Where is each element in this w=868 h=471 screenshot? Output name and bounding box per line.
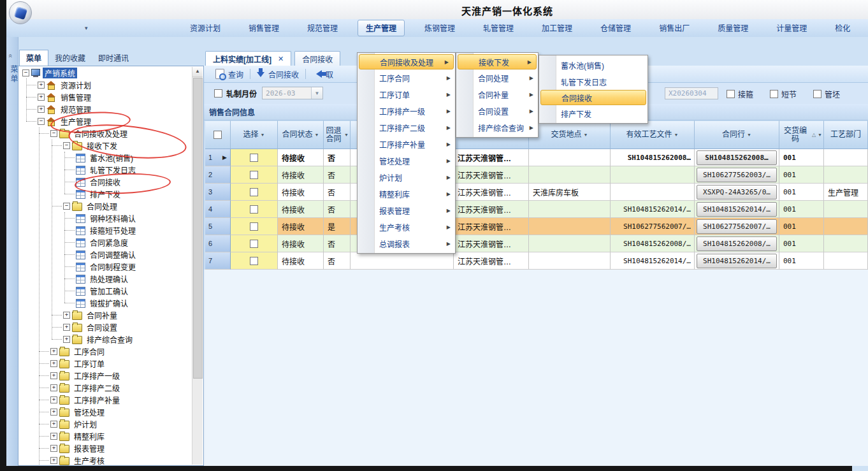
tree-item[interactable]: +资源计划 bbox=[18, 79, 93, 91]
place-cell[interactable] bbox=[529, 235, 611, 252]
tree-item-label[interactable]: 热处理确认 bbox=[88, 273, 130, 284]
code-cell[interactable]: 001 bbox=[779, 252, 824, 270]
place-cell[interactable] bbox=[529, 149, 611, 166]
expand-box-icon[interactable]: + bbox=[38, 94, 45, 101]
menu-item[interactable]: 报表管理▶ bbox=[358, 202, 455, 219]
tree-item[interactable]: +工序排产一级 bbox=[18, 370, 122, 382]
menu-item[interactable]: 炉计划▶ bbox=[358, 169, 455, 185]
menu-item[interactable]: 轧管下发日志 bbox=[539, 73, 647, 90]
tree-item-label[interactable]: 蓄水池(销售) bbox=[88, 152, 135, 163]
toolbar-button-3[interactable]: 取 bbox=[307, 67, 338, 81]
tree-item-label[interactable]: 工序排产一级 bbox=[72, 370, 122, 381]
dept-cell[interactable]: 生产管理 bbox=[824, 184, 868, 201]
row-checkbox[interactable] bbox=[250, 205, 258, 214]
menu-item[interactable]: 总调报表▶ bbox=[358, 235, 455, 252]
collapse-chevron-icon[interactable]: « bbox=[7, 54, 14, 57]
column-header-doc[interactable]: 有效工艺文件▼ bbox=[611, 120, 695, 149]
tree-item-label[interactable]: 生产管理 bbox=[59, 116, 93, 127]
code-cell[interactable]: 001 bbox=[779, 201, 824, 218]
column-header-status[interactable]: 合同状态▼ bbox=[278, 120, 324, 149]
contract-line-button[interactable]: SH104815262008… bbox=[697, 150, 777, 165]
chevron-down-icon[interactable]: ▼ bbox=[311, 87, 322, 99]
roll-month-select[interactable]: 2026-03 ▼ bbox=[262, 87, 323, 99]
tree-item-label[interactable]: 工序排产二级 bbox=[72, 382, 122, 393]
row-select-cell[interactable] bbox=[231, 201, 278, 218]
rollback-cell[interactable]: 否 bbox=[324, 149, 351, 166]
menubar-item-3[interactable]: 规范管理 bbox=[293, 20, 352, 36]
filter-icon[interactable]: ▼ bbox=[344, 131, 349, 139]
expand-box-icon[interactable]: + bbox=[50, 421, 57, 428]
doc-cell[interactable] bbox=[611, 184, 695, 201]
menu-item[interactable]: 工序合同▶ bbox=[358, 69, 455, 86]
tree-item[interactable]: +销售管理 bbox=[18, 91, 93, 103]
code-cell[interactable]: 001 bbox=[779, 235, 824, 252]
tree-item[interactable]: 管加工确认 bbox=[18, 285, 130, 297]
tree-item[interactable]: +工序排产补量 bbox=[18, 394, 122, 406]
coupling-checkbox[interactable] bbox=[727, 90, 735, 98]
tree-item[interactable]: −合同处理 bbox=[18, 200, 119, 212]
filter-icon[interactable]: ▼ bbox=[315, 131, 319, 139]
tree-item[interactable]: 接箍短节处理 bbox=[18, 224, 138, 236]
tree-item-label[interactable]: 工序排产补量 bbox=[72, 395, 122, 405]
column-header-select[interactable]: 选择▼ bbox=[231, 120, 278, 149]
pupjoint-checkbox[interactable] bbox=[770, 90, 778, 98]
tree-item[interactable]: 蓄水池(销售) bbox=[18, 152, 135, 164]
line-cell[interactable]: SH104815262014/… bbox=[695, 252, 779, 270]
collapse-box-icon[interactable]: − bbox=[50, 130, 57, 137]
tree-scrollbar[interactable]: ▲ bbox=[192, 67, 203, 465]
filter-icon[interactable]: ▼ bbox=[261, 131, 265, 139]
app-logo-button[interactable] bbox=[9, 1, 32, 24]
filter-icon[interactable]: ▼ bbox=[747, 131, 751, 139]
maker-cell[interactable]: 江苏天淮钢管… bbox=[454, 235, 529, 252]
menubar-item-1[interactable]: 资源计划 bbox=[176, 20, 235, 36]
roll-month-checkbox[interactable] bbox=[214, 89, 222, 98]
collapse-box-icon[interactable]: − bbox=[22, 69, 29, 76]
close-tab-icon[interactable]: ✕ bbox=[278, 55, 284, 63]
code-input[interactable]: X20260304 bbox=[665, 87, 718, 99]
line-cell[interactable]: SH106277562007/… bbox=[695, 218, 779, 235]
status-cell[interactable]: 待接收 bbox=[278, 252, 324, 270]
tree-item[interactable]: +工序订单 bbox=[18, 358, 106, 370]
menu-item[interactable]: 管坯处理▶ bbox=[358, 152, 455, 169]
tree-item[interactable]: 合同接收 bbox=[18, 176, 122, 188]
toolbar-button-2[interactable]: 合同接收 bbox=[252, 67, 304, 81]
document-tab-1[interactable]: 上料实绩[加工线]✕ bbox=[205, 51, 291, 66]
status-cell[interactable]: 待接收 bbox=[278, 201, 324, 218]
tree-item[interactable]: +精整利库 bbox=[18, 430, 106, 442]
code-cell[interactable]: 001 bbox=[779, 149, 824, 166]
tree-item-label[interactable]: 销售管理 bbox=[59, 92, 93, 103]
expand-box-icon[interactable]: + bbox=[50, 409, 57, 416]
doc-cell[interactable]: SH104815262008/… bbox=[611, 235, 695, 252]
tree-item[interactable]: +工序排产二级 bbox=[18, 382, 122, 394]
document-tab-2[interactable]: 合同接收 bbox=[294, 51, 340, 66]
tree-item-label[interactable]: 合同补量 bbox=[85, 310, 119, 321]
tree-item-label[interactable]: 合同处理 bbox=[85, 201, 119, 212]
tree-item[interactable]: −接收下发 bbox=[18, 140, 119, 152]
tree-item-label[interactable]: 工序合同 bbox=[72, 346, 106, 357]
menubar-item-2[interactable]: 销售管理 bbox=[235, 20, 293, 36]
menu-item[interactable]: 合同处理▶ bbox=[456, 69, 538, 86]
contract-line-button[interactable]: SH106277562003/… bbox=[697, 168, 777, 182]
table-row[interactable]: 1▶待接收否江苏天淮钢管…SH104815262008…SH1048152620… bbox=[205, 149, 868, 166]
tree-item[interactable]: 钢种坯料确认 bbox=[18, 212, 138, 224]
rollback-cell[interactable]: 否 bbox=[324, 166, 351, 184]
row-select-cell[interactable] bbox=[231, 235, 278, 252]
doc-cell[interactable]: SH104815262014/… bbox=[611, 252, 695, 270]
tree-item[interactable]: 合同制程变更 bbox=[18, 261, 138, 273]
contract-line-button[interactable]: SH104815262014/… bbox=[697, 254, 777, 268]
sort-asc-icon[interactable]: △ bbox=[812, 131, 816, 139]
table-row[interactable]: 6待接收否江苏天淮钢管…SH104815262008/…SH1048152620… bbox=[205, 235, 868, 252]
toolbar-button-1[interactable]: 查询 bbox=[210, 67, 249, 81]
column-header-rollback[interactable]: 回退合同▼ bbox=[324, 120, 351, 149]
scroll-up-icon[interactable]: ▲ bbox=[192, 67, 203, 77]
table-row[interactable]: 4待接收否江苏天淮钢管…SH104815262014/…SH1048152620… bbox=[205, 201, 868, 218]
expand-box-icon[interactable]: + bbox=[50, 457, 57, 464]
doc-cell[interactable]: SH106277562007/… bbox=[611, 218, 695, 235]
row-select-cell[interactable] bbox=[231, 252, 278, 270]
tree-item[interactable]: +管坯处理 bbox=[18, 406, 106, 418]
tree-item-label[interactable]: 精整利库 bbox=[72, 431, 106, 442]
contract-line-button[interactable]: SH104815262014/… bbox=[697, 202, 777, 217]
sidebar-tab-2[interactable]: 我的收藏 bbox=[48, 50, 92, 66]
line-cell[interactable]: XSXPQ-24A3265/0… bbox=[695, 184, 779, 201]
column-header-dept[interactable]: 工艺部门 bbox=[824, 120, 868, 149]
